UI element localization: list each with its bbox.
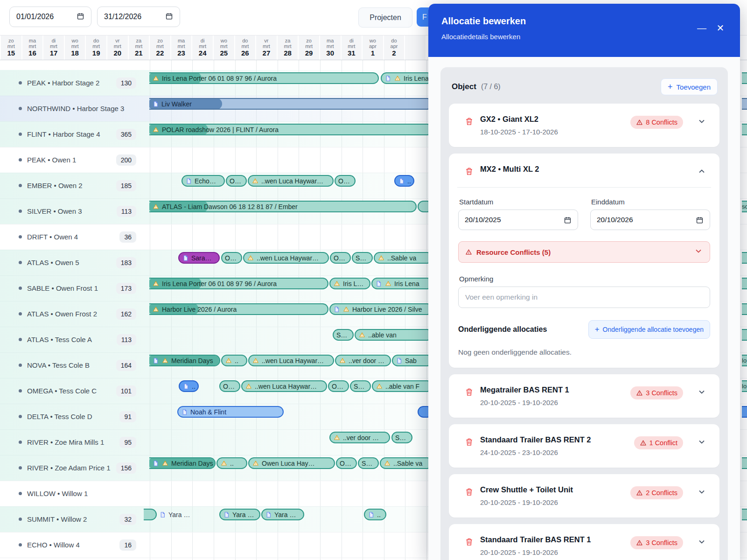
sidebar-resource-row[interactable]: RIVER • Zoe Mira Mills 195: [0, 429, 149, 455]
sidebar-resource-row[interactable]: WILLOW • Willow 1: [0, 481, 149, 506]
delete-object-button[interactable]: [465, 537, 474, 548]
allocation-bar[interactable]: Harbor Live 2026 / Aurora: [149, 303, 328, 315]
day-number: 25: [220, 49, 228, 57]
delete-object-button[interactable]: [465, 387, 474, 399]
range-start-date-input[interactable]: 01/01/2026: [9, 7, 91, 27]
allocation-pill[interactable]: Iris Lena: [371, 278, 433, 289]
allocation-pill[interactable]: O…: [336, 457, 357, 469]
allocation-bar[interactable]: Meridian Days: [149, 355, 220, 366]
resource-dot-icon: [19, 107, 22, 110]
sidebar-resource-row[interactable]: NORTHWIND • Harbor Stage 3: [0, 96, 149, 121]
document-icon: [398, 178, 405, 184]
allocation-pill[interactable]: Iris L…: [329, 278, 370, 289]
allocation-pill[interactable]: S…: [350, 380, 371, 392]
add-object-button[interactable]: + Toevoegen: [661, 78, 718, 95]
allocation-pill[interactable]: S…: [391, 432, 412, 443]
allocation-pill[interactable]: Sab: [392, 355, 433, 366]
month-abbr: mrt: [263, 44, 270, 49]
allocation-pill[interactable]: O…: [219, 380, 240, 392]
allocation-pill[interactable]: S…: [352, 252, 373, 264]
expand-card-button[interactable]: [697, 487, 706, 498]
allocation-pill[interactable]: O…: [221, 252, 242, 264]
allocation-pill[interactable]: ..wen Luca Haywar…: [248, 175, 334, 187]
allocation-bar[interactable]: ATLAS - Liam Dawson 06 18 12 81 87 / Emb…: [149, 201, 417, 212]
sidebar-resource-row[interactable]: SUMMIT • Willow 232: [0, 506, 149, 532]
allocation-pill[interactable]: ..wen Luca Haywar…: [243, 252, 329, 264]
expand-card-button[interactable]: [697, 437, 706, 448]
allocation-pill[interactable]: O…: [330, 252, 351, 264]
minimize-icon[interactable]: ―: [695, 21, 708, 35]
sidebar-resource-row[interactable]: NOVA • Tess Cole B164: [0, 352, 149, 378]
allocation-pill[interactable]: ..Sable va: [374, 252, 433, 264]
allocation-pill[interactable]: ..: [394, 175, 414, 187]
month-abbr: mrt: [178, 44, 185, 49]
allocation-pill[interactable]: Sara…: [178, 252, 220, 264]
warning-icon: [334, 280, 340, 287]
allocation-pill[interactable]: Owen Luca Hay…: [248, 457, 335, 469]
sidebar-resource-row[interactable]: ATLAS • Tess Cole A113: [0, 327, 149, 352]
allocation-pill[interactable]: O…: [335, 175, 356, 187]
allocation-pill[interactable]: Harbor Live 2026 / Silve: [329, 303, 433, 315]
allocation-pill[interactable]: O…: [328, 380, 349, 392]
allocation-bar[interactable]: POLAR roadshow 2026 | FLINT / Aurora: [149, 124, 433, 135]
start-date-input[interactable]: 20/10/2025: [458, 210, 578, 230]
allocation-pill[interactable]: ..ver door …: [335, 355, 391, 366]
allocation-pill[interactable]: ..: [179, 380, 199, 392]
allocation-bar[interactable]: Liv Walker: [149, 98, 433, 110]
collapse-card-button[interactable]: [697, 167, 706, 178]
close-icon[interactable]: ✕: [714, 21, 727, 35]
allocation-pill[interactable]: S…: [358, 457, 379, 469]
allocation-pill[interactable]: ..: [221, 355, 247, 366]
warning-icon: [153, 280, 159, 287]
end-date-input[interactable]: 20/10/2026: [590, 210, 710, 230]
allocation-pill[interactable]: Yara …: [219, 509, 260, 520]
allocation-bar[interactable]: Noah & Flint: [177, 406, 284, 418]
sidebar-resource-row[interactable]: ATLAS • Owen 5183: [0, 250, 149, 275]
sidebar-resource-row[interactable]: SABLE • Owen Frost 1173: [0, 275, 149, 301]
delete-object-button[interactable]: [465, 437, 474, 448]
delete-object-button[interactable]: [465, 167, 474, 178]
sidebar-resource-row[interactable]: OMEGA • Tess Cole C101: [0, 378, 149, 404]
expand-card-button[interactable]: [697, 537, 706, 548]
allocation-pill[interactable]: ..ver door …: [329, 432, 390, 443]
resource-dot-icon: [19, 133, 22, 136]
allocation-bar[interactable]: Iris Lena Porter 06 01 08 97 96 / Aurora: [149, 278, 328, 289]
allocation-bar[interactable]: Iris Lena: [381, 72, 433, 84]
sidebar-resource-row[interactable]: DELTA • Tess Cole D91: [0, 404, 149, 429]
allocation-text-label[interactable]: Yara …: [160, 509, 190, 520]
range-end-date-input[interactable]: 31/12/2026: [97, 7, 180, 27]
resource-conflicts-banner[interactable]: Resource Conflicts (5): [458, 241, 710, 263]
delete-object-button[interactable]: [465, 487, 474, 498]
allocation-pill[interactable]: ..able van F: [372, 380, 433, 392]
sidebar-resource-row[interactable]: RIVER • Zoe Adam Price 1156: [0, 455, 149, 481]
expand-card-button[interactable]: [697, 387, 706, 399]
comment-input[interactable]: [458, 287, 710, 308]
allocation-pill[interactable]: ..: [216, 457, 247, 469]
allocation-pill[interactable]: S…: [333, 329, 354, 341]
sidebar-resource-row[interactable]: ECHO • Willow 416: [0, 532, 149, 558]
sidebar-resource-row[interactable]: ATLAS • Owen Frost 2162: [0, 301, 149, 327]
allocation-pill[interactable]: ..able van: [355, 329, 433, 341]
delete-object-button[interactable]: [465, 117, 474, 128]
day-number: 2: [392, 49, 396, 57]
sidebar-resource-row[interactable]: SILVER • Owen 3113: [0, 198, 149, 224]
warning-icon: [252, 178, 258, 184]
expand-card-button[interactable]: [697, 117, 706, 128]
projecten-button[interactable]: Projecten: [358, 7, 412, 28]
sidebar-resource-row[interactable]: PEAK • Owen 1200: [0, 147, 149, 173]
sidebar-resource-row[interactable]: EMBER • Owen 2185: [0, 173, 149, 198]
allocation-pill[interactable]: ..wen Luca Haywar…: [241, 380, 327, 392]
allocation-pill[interactable]: Echo…: [182, 175, 225, 187]
allocation-pill[interactable]: Yara …: [261, 509, 304, 520]
allocation-bar[interactable]: Iris Lena Porter 06 01 08 97 96 / Aurora: [149, 72, 379, 84]
allocation-pill[interactable]: ..Sable va: [380, 457, 433, 469]
sidebar-resource-row[interactable]: DRIFT • Owen 436: [0, 224, 149, 250]
sidebar-resource-row[interactable]: PEAK • Harbor Stage 2130: [0, 70, 149, 96]
allocation-pill[interactable]: O…: [226, 175, 247, 187]
allocation-pill[interactable]: ..wen Luca Haywar…: [248, 355, 334, 366]
allocation-label: S…: [356, 254, 370, 262]
allocation-bar[interactable]: Meridian Days: [149, 457, 216, 469]
add-sub-allocation-button[interactable]: + Onderliggende allocatie toevoegen: [588, 320, 710, 339]
sidebar-resource-row[interactable]: FLINT • Harbor Stage 4365: [0, 121, 149, 147]
allocation-pill[interactable]: ..: [364, 509, 386, 520]
